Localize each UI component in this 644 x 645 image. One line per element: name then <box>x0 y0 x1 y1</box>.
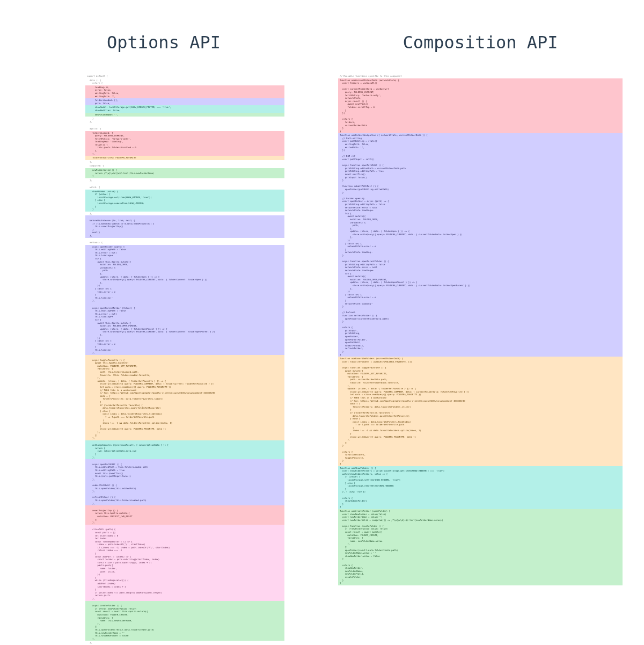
code-hook-route: beforeRouteLeave (to, from, next) { if (… <box>85 215 284 237</box>
code-export: export default { <box>85 74 284 78</box>
code-method-create: async createFolder () { if (!this.newFol… <box>85 601 284 641</box>
composition-api-title: Composition API <box>403 32 558 53</box>
code-watch-open: watch: { <box>85 182 284 189</box>
code-use-folder-nav: function useFolderNavigation ({ networkS… <box>338 133 623 357</box>
code-method-updates: onChangeUpdates ({previousResult, { subs… <box>85 440 284 460</box>
code-computed-open: computed: { <box>85 164 284 168</box>
code-method-open-parent: async openParentFolder (folder) { this.e… <box>85 303 284 355</box>
code-watch-hidden: showHidden (value) { if (value) { localS… <box>85 190 284 212</box>
code-data-open: data () { return { <box>85 78 284 85</box>
code-data-state: loading: 0, error: false, editingPath: f… <box>85 85 284 98</box>
code-method-slice: slicePath (path) { const parts = [] let … <box>85 525 284 601</box>
options-api-title: Options API <box>107 32 221 53</box>
code-comment: // Reusable functions specific to this c… <box>338 74 623 78</box>
code-close: }, } <box>85 641 284 645</box>
code-data-hidden: showModal: localStorage.get(SHOW_HIDDEN_… <box>85 105 284 112</box>
code-apollo-query: foldersLoaded: { query: FOLDERS_CURRENT,… <box>85 131 284 156</box>
code-watch-close: }, <box>85 212 284 216</box>
code-methods-open: methods: { <box>85 238 284 245</box>
code-computed-valid: newFolderValid () { return /^\w[\w\d]\w$… <box>85 168 284 178</box>
composition-api-code: // Reusable functions specific to this c… <box>338 74 623 585</box>
composition-api-column: Composition API // Reusable functions sp… <box>338 32 623 645</box>
code-data-folder: newFolderName: '', <box>85 113 284 117</box>
code-apollo-open: apollo: { <box>85 124 284 131</box>
code-data-close: } }, <box>85 117 284 124</box>
code-method-open-folder: async openFolder (path) { this.editingPa… <box>85 245 284 303</box>
options-api-code: export default { data () { return { load… <box>85 74 284 645</box>
code-computed-close: }, <box>85 178 284 183</box>
code-use-show-folders: function useShowFolders () { const showH… <box>338 466 623 509</box>
code-apollo-close: }, <box>85 160 284 164</box>
code-use-current-folder: function useCurrentFolderData (networkSt… <box>338 78 623 134</box>
code-apollo-fav: foldersFavorites: FOLDERS_FAVORITE <box>85 156 284 160</box>
code-method-path-edit: async openPathEdit () { this.editedPath … <box>85 459 284 505</box>
code-method-reset: resetProjectCap () { return this.Apollo.… <box>85 505 284 525</box>
code-data-path: foldersLoaded: [], path: false, <box>85 98 284 105</box>
code-method-favorite: async toggleFavorite () { await this.Apo… <box>85 355 284 440</box>
code-use-create-folder: function useCreateFolder (openFolder) { … <box>338 509 623 585</box>
options-api-column: Options API export default { data () { r… <box>21 32 306 645</box>
code-use-favorite: function useFavoriteFolders (currentFold… <box>338 357 623 466</box>
